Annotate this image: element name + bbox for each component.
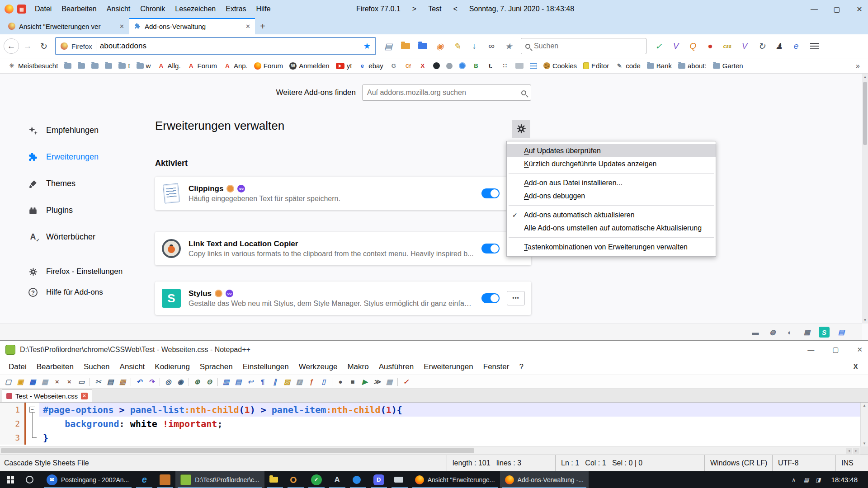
document-map-icon[interactable]: ▨ xyxy=(293,376,305,387)
scroll-right-icon[interactable]: ▸ xyxy=(853,448,859,454)
clock[interactable]: 18:43:48 xyxy=(825,476,864,483)
downloads-folder-icon[interactable] xyxy=(397,38,414,54)
taskbar-app-search[interactable] xyxy=(285,471,306,488)
maximize-button[interactable]: ▢ xyxy=(832,5,842,14)
rss-icon[interactable]: ◉ xyxy=(431,38,448,54)
account-icon[interactable]: ♟ xyxy=(770,38,788,54)
taskbar-app-keyboard[interactable] xyxy=(389,471,410,488)
tab-close-icon[interactable]: ✕ xyxy=(81,393,88,399)
enable-toggle[interactable] xyxy=(481,293,500,303)
menu-separator[interactable] xyxy=(507,235,716,240)
minimize-button[interactable]: — xyxy=(809,5,819,14)
close-button[interactable]: ✕ xyxy=(857,346,863,354)
taskbar-app-a[interactable]: A xyxy=(327,471,348,488)
url-bar[interactable]: Firefox about:addons ★ xyxy=(55,37,376,55)
start-button[interactable] xyxy=(0,471,21,488)
menubar-item[interactable]: Einstellungen xyxy=(238,362,294,371)
code-line[interactable]: #page-options > panel-list:nth-child(1) … xyxy=(39,403,860,417)
menubar-item[interactable]: Bearbeiten xyxy=(57,5,101,13)
run-macro-multi-icon[interactable]: ≫ xyxy=(371,376,383,387)
sync-icon[interactable]: e xyxy=(788,38,805,54)
open-file-icon[interactable]: ▣ xyxy=(14,376,26,387)
play-macro-icon[interactable]: ▶ xyxy=(359,376,371,387)
bookmark-w[interactable]: w xyxy=(133,62,154,70)
bookmarks-overflow-chevron[interactable]: » xyxy=(852,62,863,70)
maximize-button[interactable]: ▢ xyxy=(832,346,839,354)
back-button[interactable]: ← xyxy=(4,38,19,54)
bookmark-grid[interactable] xyxy=(527,63,540,69)
close-all-icon[interactable]: × xyxy=(63,376,75,387)
close-button[interactable]: ✕ xyxy=(854,5,864,14)
fold-collapse-icon[interactable] xyxy=(29,407,35,413)
sidebar-toggle-icon[interactable]: ▤ xyxy=(380,38,397,54)
taskbar-thunderbird[interactable]: ✉Posteingang - 2002An... xyxy=(42,471,134,488)
editor-area[interactable]: 1 #page-options > panel-list:nth-child(1… xyxy=(0,403,868,455)
bookmark-g[interactable]: G xyxy=(387,62,401,70)
library-icon[interactable]: ★ xyxy=(500,38,517,54)
tab-addons-verwaltung[interactable]: Add-ons-Verwaltung ✕ xyxy=(129,18,255,34)
sidebar-item-themes[interactable]: Themes xyxy=(27,170,149,197)
status-encoding[interactable]: UTF-8 xyxy=(772,455,835,471)
user-language-icon[interactable]: ▧ xyxy=(281,376,293,387)
taskbar-firefox-1[interactable]: Ansicht "Erweiterunge... xyxy=(410,471,500,488)
calendar-addon-icon[interactable]: ▦ xyxy=(17,5,26,14)
bookmark-meistbesucht[interactable]: ✳Meistbesucht xyxy=(5,62,61,70)
extension-card-link-copier[interactable]: Link Text and Location Copier Copy links… xyxy=(155,232,531,265)
status-insert-mode[interactable]: INS xyxy=(835,455,868,471)
tray-icon-1[interactable]: ▤ xyxy=(801,477,812,483)
addon-orange-q-icon[interactable]: Q xyxy=(684,38,702,54)
status-ublock-icon[interactable]: ◐ xyxy=(784,327,795,338)
cut-icon[interactable]: ✂ xyxy=(92,376,104,387)
status-stylus-icon[interactable]: S xyxy=(819,327,830,338)
bookmark-folder-4[interactable] xyxy=(102,63,115,69)
more-options-button[interactable]: ••• xyxy=(507,291,525,305)
addon-red-icon[interactable]: ● xyxy=(702,38,719,54)
bookmark-dot[interactable] xyxy=(443,63,456,69)
menu-item-auto-update[interactable]: ✓Add-ons automatisch aktualisieren xyxy=(507,208,716,221)
extension-name[interactable]: Clippings xyxy=(189,184,223,193)
bookmark-anmelden[interactable]: WAnmelden xyxy=(286,62,333,70)
menubar-item[interactable]: Werkzeuge xyxy=(294,362,343,371)
menubar-item[interactable]: Lesezeichen xyxy=(170,5,221,13)
function-list-icon[interactable]: ƒ xyxy=(306,376,317,387)
menubar-item[interactable]: Ansicht xyxy=(115,362,150,371)
menu-hamburger-icon[interactable] xyxy=(810,43,819,49)
menubar-item[interactable]: Hilfe xyxy=(251,5,276,13)
bookmark-t[interactable]: t xyxy=(115,62,133,70)
copy-icon[interactable]: ▤ xyxy=(104,376,116,387)
bookmark-github[interactable] xyxy=(430,62,443,69)
extension-card-clippings[interactable]: Clippings Häufig eingegebenen Text für s… xyxy=(155,177,531,210)
menu-separator[interactable] xyxy=(507,170,716,176)
tools-gear-button[interactable] xyxy=(512,120,530,138)
paste-icon[interactable]: ▥ xyxy=(117,376,128,387)
status-clippings-icon[interactable]: ▤ xyxy=(836,327,847,338)
translate-icon[interactable]: ↻ xyxy=(753,38,770,54)
sidebar-item-empfehlungen[interactable]: Empfehlungen xyxy=(27,117,149,144)
menubar-item[interactable]: Chronik xyxy=(135,5,170,13)
bookmark-b[interactable]: B xyxy=(469,62,483,70)
tab-ansicht-erweiterungen[interactable]: Ansicht "Erweiterungen ver ✕ xyxy=(4,18,129,34)
menu-separator[interactable] xyxy=(507,202,716,208)
code-line[interactable]: background: white !important; xyxy=(39,417,860,431)
bookmark-code[interactable]: ✎code xyxy=(612,62,644,70)
scroll-up-icon[interactable]: ▲ xyxy=(863,75,867,79)
taskbar-app-green-check[interactable]: ✓ xyxy=(306,471,327,488)
tray-icon-2[interactable]: ◨ xyxy=(812,477,824,483)
editor-line-1[interactable]: 1 #page-options > panel-list:nth-child(1… xyxy=(0,403,860,417)
menubar-item[interactable]: Sprachen xyxy=(195,362,238,371)
search-button[interactable] xyxy=(21,471,42,488)
search-bar[interactable] xyxy=(521,38,646,54)
addon-css-icon[interactable]: css xyxy=(719,38,736,54)
addon-violet-v2-icon[interactable]: V xyxy=(736,38,753,54)
stop-macro-icon[interactable]: ■ xyxy=(347,376,359,387)
bookmark-yt[interactable]: yt xyxy=(333,62,355,70)
bookmark-cf[interactable]: Cf xyxy=(401,62,415,70)
new-tab-button[interactable]: + xyxy=(255,18,270,34)
taskbar-edge[interactable]: e xyxy=(134,471,155,488)
record-macro-icon[interactable]: ● xyxy=(335,376,346,387)
bookmark-ebay[interactable]: eebay xyxy=(355,62,387,70)
menubar-item[interactable]: Makro xyxy=(342,362,373,371)
taskbar-notepadpp[interactable]: D:\Test\Profilordner\c... xyxy=(175,471,264,488)
menubar-item[interactable]: Datei xyxy=(30,5,57,13)
toolbar-separator[interactable] xyxy=(216,376,220,387)
